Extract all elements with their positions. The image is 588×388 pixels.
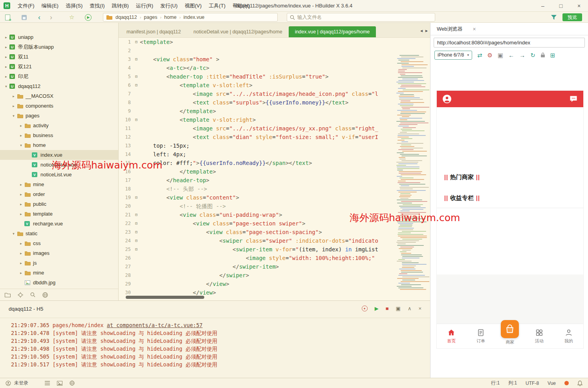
- settings-gear-icon[interactable]: ⚙: [487, 52, 493, 58]
- search-input[interactable]: [297, 15, 432, 20]
- code-line[interactable]: 23⊟ <view class="page-section-spacing">: [119, 228, 430, 236]
- breadcrumb-item[interactable]: pages: [144, 15, 157, 20]
- tab-商家[interactable]: 商家: [495, 324, 525, 348]
- refresh-icon[interactable]: ↻: [530, 52, 535, 58]
- code-line[interactable]: 19⊟ <view class="content">: [119, 193, 430, 202]
- fold-marker-icon[interactable]: ⊟: [133, 38, 140, 46]
- code-line[interactable]: 25⊟ <swiper-item v-for="(item, index) in…: [119, 245, 430, 254]
- tab-next-icon[interactable]: ▸: [425, 28, 428, 33]
- fold-marker-icon[interactable]: ⊟: [133, 219, 140, 228]
- fold-marker-icon[interactable]: ⊟: [133, 81, 140, 90]
- new-file-icon[interactable]: [5, 12, 10, 23]
- log-source-link[interactable]: at components/a-tc/a-tc.vue:57: [107, 322, 203, 328]
- menu-item[interactable]: 跳转(B): [108, 1, 132, 11]
- code-line[interactable]: 26 <image style="width: 100%;height:100%…: [119, 254, 430, 262]
- code-line[interactable]: 15 color: #fff;">{{userInfo.noReady}}</s…: [119, 159, 430, 167]
- code-line[interactable]: 6⊟ <template v-slot:left>: [119, 81, 430, 90]
- tree-collapsed-arrow-icon[interactable]: ▸: [18, 124, 24, 128]
- message-icon[interactable]: [569, 94, 578, 104]
- tree-item-static[interactable]: ▾static: [0, 229, 118, 238]
- tab-首页[interactable]: 首页: [437, 324, 466, 348]
- tree-item-business[interactable]: ▸business: [0, 130, 118, 140]
- minimap[interactable]: [396, 54, 429, 294]
- cursor-col[interactable]: 列:1: [508, 380, 517, 386]
- tree-collapsed-arrow-icon[interactable]: ▸: [18, 183, 24, 187]
- tree-item-css[interactable]: ▸css: [0, 238, 118, 248]
- menu-item[interactable]: 选择(S): [62, 1, 86, 11]
- screenshot-icon[interactable]: ▣: [498, 52, 503, 58]
- tree-expanded-arrow-icon[interactable]: ▾: [11, 232, 16, 236]
- tab-prev-icon[interactable]: ◂: [420, 28, 423, 33]
- close-console-icon[interactable]: ×: [418, 306, 421, 311]
- forward-icon[interactable]: ›: [50, 12, 52, 23]
- code-line[interactable]: 24⊟ <swiper class="swiper" :indicator-do…: [119, 236, 430, 245]
- stop-icon[interactable]: ■: [386, 306, 389, 311]
- menu-item[interactable]: 发行(U): [157, 1, 181, 11]
- tree-item-mine[interactable]: ▸mine: [0, 179, 118, 189]
- tree-collapsed-arrow-icon[interactable]: ▸: [3, 65, 9, 69]
- tree-collapsed-arrow-icon[interactable]: ▸: [18, 251, 24, 255]
- code-line[interactable]: 2: [119, 46, 430, 55]
- code-line[interactable]: 11 <image src="../../static/images/sy_xx…: [119, 124, 430, 133]
- code-line[interactable]: 13 top: -15px;: [119, 141, 430, 150]
- tree-item-帝启版本uniapp[interactable]: ▸U帝启版本uniapp: [0, 42, 118, 52]
- menu-item[interactable]: 查找(I): [86, 1, 108, 11]
- tree-collapsed-arrow-icon[interactable]: ▸: [3, 45, 9, 49]
- menu-item[interactable]: 视图(V): [181, 1, 205, 11]
- tree-item-mine[interactable]: ▸mine: [0, 268, 118, 278]
- url-input[interactable]: [434, 38, 585, 48]
- run-icon[interactable]: ▶: [85, 12, 92, 23]
- tree-collapsed-arrow-icon[interactable]: ▸: [18, 242, 24, 245]
- code-line[interactable]: 7 <image src="../../static/images/heade_…: [119, 90, 430, 98]
- editor-tab[interactable]: index.vue | dqaqq112/pages/home: [289, 26, 376, 37]
- breadcrumb-item[interactable]: dqaqq112: [115, 15, 137, 20]
- fold-marker-icon[interactable]: ⊟: [133, 245, 140, 254]
- tree-item-js[interactable]: ▸js: [0, 258, 118, 268]
- image-preview-icon[interactable]: [57, 381, 62, 386]
- grid-apps-icon[interactable]: ⊞: [550, 52, 555, 58]
- code-line[interactable]: 1⊟<template>: [119, 38, 430, 46]
- tree-item-noticeList.vue[interactable]: VnoticeList.vue: [0, 170, 118, 179]
- locate-file-icon[interactable]: [18, 292, 23, 298]
- code-line[interactable]: 5⊟ <header-top :title="headTitle" :isSur…: [119, 72, 430, 81]
- tree-expanded-arrow-icon[interactable]: ▾: [11, 114, 16, 118]
- webview-close-icon[interactable]: ×: [473, 26, 476, 32]
- collapse-icon[interactable]: ∧: [408, 306, 412, 311]
- code-line[interactable]: 21⊟ <view class="uni-padding-wrap">: [119, 210, 430, 219]
- code-editor[interactable]: 1⊟<template>23⊟ <view class="home" >4 <a…: [119, 38, 430, 300]
- tab-订单[interactable]: 订单: [466, 324, 496, 348]
- tree-collapsed-arrow-icon[interactable]: ▸: [18, 134, 24, 137]
- tree-item-index.vue[interactable]: Vindex.vue: [0, 150, 118, 160]
- tree-item-双11[interactable]: ▸U双11: [0, 52, 118, 62]
- favorite-star-icon[interactable]: ☆: [69, 12, 74, 23]
- encoding[interactable]: UTF-8: [526, 381, 539, 386]
- nav-back-icon[interactable]: ←: [508, 52, 514, 58]
- tree-item-images[interactable]: ▸images: [0, 248, 118, 258]
- code-line[interactable]: 10⊟ <template v-slot:right>: [119, 115, 430, 124]
- tree-collapsed-arrow-icon[interactable]: ▸: [3, 35, 9, 39]
- code-line[interactable]: 14 left: 4px;: [119, 150, 430, 159]
- tree-item-dbddh.jpg[interactable]: dbddh.jpg: [0, 278, 118, 287]
- search-project-icon[interactable]: [30, 292, 35, 297]
- fold-marker-icon[interactable]: ⊟: [133, 193, 140, 202]
- code-line[interactable]: 12 <text class="dian" style="font-size: …: [119, 133, 430, 141]
- tree-collapsed-arrow-icon[interactable]: ▸: [18, 261, 24, 265]
- fold-marker-icon[interactable]: ⊟: [133, 55, 140, 64]
- lock-icon[interactable]: [540, 52, 545, 58]
- tree-item-components[interactable]: ▸components: [0, 101, 118, 111]
- code-line[interactable]: 22⊟ <view class="page-section swiper">: [119, 219, 430, 228]
- code-line[interactable]: 4 <a-tc></a-tc>: [119, 64, 430, 72]
- globe-icon[interactable]: [42, 292, 48, 298]
- horizontal-scrollbar[interactable]: [126, 296, 204, 299]
- code-line[interactable]: 17 </header-top>: [119, 176, 430, 185]
- avatar-icon[interactable]: [442, 94, 452, 104]
- device-select[interactable]: iPhone 6/7/8 ▾: [434, 51, 472, 60]
- tree-item-order[interactable]: ▸order: [0, 189, 118, 199]
- editor-tab[interactable]: manifest.json | dqaqq112: [120, 26, 187, 37]
- breadcrumb-item[interactable]: home: [164, 15, 176, 20]
- fold-marker-icon[interactable]: ⊟: [133, 228, 140, 236]
- code-line[interactable]: 20 <!-- 轮播图 -->: [119, 202, 430, 210]
- tree-item-noticeDetail.vue[interactable]: VnoticeDetail.vue: [0, 160, 118, 170]
- language-mode[interactable]: Vue: [548, 381, 556, 386]
- webview-tab[interactable]: Web浏览器: [437, 26, 463, 33]
